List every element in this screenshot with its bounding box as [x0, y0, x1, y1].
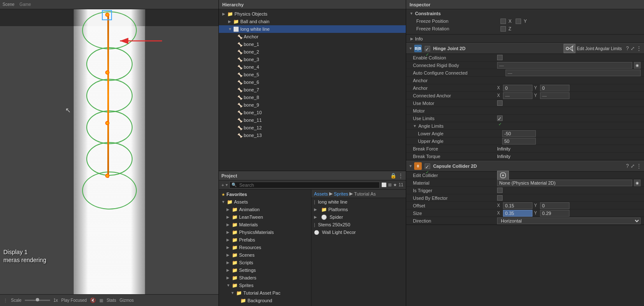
grid-view-icon[interactable]: ⊞ — [388, 183, 391, 187]
expand-icon: ▼ — [231, 291, 235, 295]
project-tree-prefabs[interactable]: ▶ 📁 Prefabs — [219, 236, 311, 244]
size-y-input[interactable] — [540, 210, 569, 217]
stats-btn[interactable]: Stats — [106, 298, 116, 303]
freeze-z-checkbox[interactable] — [500, 26, 506, 32]
lower-angle-input[interactable] — [502, 130, 536, 137]
project-file-long-white-line[interactable]: | long white line — [311, 198, 406, 206]
hierarchy-item-anchor[interactable]: 🦴 Anchor — [219, 33, 406, 40]
help-icon[interactable]: ? — [626, 46, 629, 51]
connected-rigidbody-picker[interactable]: ◉ — [634, 62, 641, 69]
folder-label: Prefabs — [239, 237, 255, 242]
hierarchy-item-bone2[interactable]: 🦴bone_2 — [219, 48, 406, 56]
is-trigger-checkbox[interactable] — [497, 188, 503, 193]
add-dropdown-arrow[interactable]: ▾ — [226, 183, 228, 187]
hinge-component-icon: B|B — [414, 45, 422, 52]
project-file-platforms[interactable]: ▶ 📁 Platforms — [311, 206, 406, 213]
hierarchy-item-bone12[interactable]: 🦴bone_12 — [219, 124, 406, 132]
project-tree-background[interactable]: 📁 Background — [219, 297, 311, 304]
project-tree-tutorial-asset-pac[interactable]: ▼ 📁 Tutorial Asset Pac — [219, 289, 311, 297]
hierarchy-item-bone3[interactable]: 🦴bone_3 — [219, 56, 406, 63]
use-limits-checkbox[interactable]: ✓ — [497, 115, 503, 121]
project-file-wall-light[interactable]: ⚪ Wall Light Decor — [311, 228, 406, 236]
freeze-x-checkbox[interactable] — [500, 19, 506, 24]
upper-angle-input[interactable] — [502, 138, 536, 145]
capsule-enabled-checkbox[interactable]: ✓ — [425, 164, 430, 169]
more-options-icon[interactable]: ⋮ — [398, 173, 403, 179]
project-tree-scripts[interactable]: ▶ 📁 Scripts — [219, 259, 311, 266]
size-x-input[interactable] — [503, 210, 532, 217]
hinge-enabled-checkbox[interactable]: ✓ — [425, 46, 430, 51]
anchor-y-input[interactable] — [540, 85, 569, 91]
bone-icon: 🦴 — [237, 50, 242, 54]
gizmos-btn[interactable]: Gizmos — [120, 298, 134, 303]
add-icon[interactable]: + — [221, 183, 224, 188]
edit-collider-btn[interactable] — [497, 171, 509, 180]
project-tree[interactable]: ★ Favorites ▼ 📁 Assets ▶ 📁 Animation — [219, 190, 311, 306]
grid-icon[interactable]: ▦ — [99, 298, 103, 303]
project-file-stems[interactable]: | Stems 250x250 — [311, 221, 406, 228]
anchor-x-input[interactable] — [503, 85, 532, 91]
hierarchy-item-bone1[interactable]: 🦴bone_1 — [219, 40, 406, 48]
capsule-expand-icon[interactable]: ⤢ — [631, 163, 635, 169]
hierarchy-list[interactable]: ▶ 📁 Physics Objects ▶ 📁 Ball and chain ▼… — [219, 9, 406, 171]
hierarchy-item-physics-objects[interactable]: ▶ 📁 Physics Objects — [219, 10, 406, 18]
item-label: Ball and chain — [240, 19, 269, 24]
capsule-more-icon[interactable]: ⋮ — [636, 163, 641, 169]
project-tree-materials[interactable]: ▶ 📁 Materials — [219, 221, 311, 228]
view-toggle-icon[interactable]: ⬜ — [381, 183, 386, 187]
lock-icon[interactable]: 🔒 — [390, 173, 397, 179]
hierarchy-item-bone13[interactable]: 🦴bone_13 — [219, 132, 406, 139]
expand-icon[interactable]: ⤢ — [631, 46, 635, 51]
project-tree-assets[interactable]: ▼ 📁 Assets — [219, 198, 311, 206]
project-tree-favorites[interactable]: ★ Favorites — [219, 191, 311, 198]
project-tree-physicsmaterials[interactable]: ▶ 📁 PhysicsMaterials — [219, 228, 311, 236]
project-tree-leantween[interactable]: ▶ 📁 LeanTween — [219, 213, 311, 221]
project-search-input[interactable] — [237, 182, 377, 188]
used-by-effector-checkbox[interactable] — [497, 195, 503, 201]
breadcrumb-assets[interactable]: Assets — [314, 191, 328, 196]
play-focused-btn[interactable]: Play Focused — [61, 298, 87, 303]
material-picker[interactable]: ◉ — [634, 180, 641, 186]
hinge-joint-component: ▼ B|B ✓ Hinge Joint 2D Edit Joint Angula… — [406, 43, 644, 161]
hierarchy-item-bone8[interactable]: 🦴bone_8 — [219, 94, 406, 101]
capsule-help-icon[interactable]: ? — [626, 163, 629, 169]
three-dots-icon[interactable]: ⋮ — [3, 298, 8, 303]
hierarchy-item-long-white-line[interactable]: ▼ ⬜ long white line — [219, 25, 406, 33]
hierarchy-item-bone4[interactable]: 🦴bone_4 — [219, 63, 406, 71]
capsule-collider-header: ▼ 0 ✓ Capsule Collider 2D ? ⤢ ⋮ — [406, 161, 644, 172]
game-tab[interactable]: Game — [19, 2, 31, 7]
project-tree-animation[interactable]: ▶ 📁 Animation — [219, 206, 311, 213]
project-tree-settings[interactable]: ▶ 📁 Settings — [219, 266, 311, 274]
scale-slider[interactable] — [25, 300, 50, 301]
direction-select[interactable]: Horizontal Vertical — [497, 217, 641, 224]
enable-collision-checkbox[interactable] — [497, 55, 503, 60]
hierarchy-item-bone5[interactable]: 🦴bone_5 — [219, 71, 406, 78]
inspector-content[interactable]: ▼ Constraints Freeze Position X Y Freeze… — [406, 9, 644, 306]
freeze-y-checkbox[interactable] — [516, 19, 521, 24]
file-label: Wall Light Decor — [322, 230, 356, 235]
hierarchy-item-bone6[interactable]: 🦴bone_6 — [219, 78, 406, 86]
project-tree-shaders[interactable]: ▶ 📁 Shaders — [219, 274, 311, 282]
more-icon[interactable]: ⋮ — [636, 46, 641, 51]
project-tree-collectables[interactable]: 📁 Collectables — [219, 304, 311, 306]
project-tree-scenes[interactable]: ▶ 📁 Scenes — [219, 251, 311, 259]
project-file-spider[interactable]: ▶ ⚪ Spider — [311, 213, 406, 221]
hierarchy-item-ball-chain[interactable]: ▶ 📁 Ball and chain — [219, 18, 406, 25]
offset-x-input[interactable] — [503, 202, 532, 209]
folder-icon: 📁 — [232, 237, 238, 243]
bone-icon: 🦴 — [237, 133, 242, 138]
project-tree-resources[interactable]: ▶ 📁 Resources — [219, 244, 311, 251]
hierarchy-item-bone7[interactable]: 🦴bone_7 — [219, 86, 406, 94]
star-icon[interactable]: ★ — [393, 183, 397, 187]
offset-y-input[interactable] — [540, 202, 569, 209]
hierarchy-item-bone11[interactable]: 🦴bone_11 — [219, 116, 406, 124]
hierarchy-item-bone10[interactable]: 🦴bone_10 — [219, 109, 406, 116]
project-file-list[interactable]: | long white line ▶ 📁 Platforms ▶ ⚪ — [311, 198, 406, 306]
hierarchy-item-bone9[interactable]: 🦴bone_9 — [219, 101, 406, 109]
edit-angular-limits-icon[interactable] — [564, 44, 575, 53]
scene-tab[interactable]: Scene — [3, 2, 14, 7]
project-tree-sprites[interactable]: ▼ 📁 Sprites — [219, 282, 311, 289]
use-motor-checkbox[interactable] — [497, 100, 503, 106]
breadcrumb-sprites[interactable]: Sprites — [334, 191, 348, 196]
speaker-icon[interactable]: 🔇 — [90, 298, 96, 303]
